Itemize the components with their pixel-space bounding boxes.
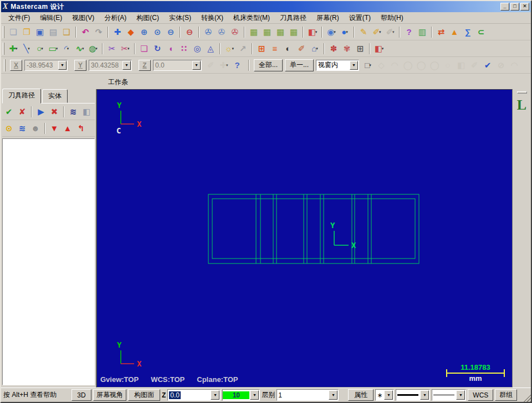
z-coord-combo[interactable]: 0.0 ▼ (153, 60, 202, 71)
cplane-button[interactable]: 构图面 (128, 389, 160, 401)
xform-mirror-icon[interactable]: ◖ (164, 42, 177, 55)
tab-solids[interactable]: 实体 (42, 89, 68, 103)
menu-item[interactable]: 刀具路径 (275, 12, 311, 24)
selection-mode-combo[interactable]: 视窗内 ▼ (316, 60, 359, 71)
menu-item[interactable]: 屏幕(R) (311, 12, 344, 24)
toolbar-handle[interactable] (517, 91, 527, 94)
analyze-volume-icon[interactable]: ▲ (448, 25, 461, 39)
shading-icon[interactable]: ☼▾ (223, 42, 236, 55)
grid-settings-icon[interactable]: ⊞ (354, 42, 367, 55)
dropdown-arrow-icon[interactable]: ▾ (346, 30, 348, 34)
analyze-sum-icon[interactable]: ∑ (461, 25, 474, 39)
dropdown-arrow-icon[interactable]: ▾ (82, 46, 84, 51)
dropdown-arrow-icon[interactable]: ▾ (379, 30, 381, 34)
minimize-button[interactable]: _ (500, 3, 509, 11)
chevron-down-icon[interactable]: ▼ (350, 61, 358, 70)
undo-icon[interactable]: ↶ (79, 25, 92, 39)
wcs-globe-icon[interactable]: ◉▾ (325, 25, 338, 39)
xform-translate-icon[interactable]: ❏ (137, 42, 151, 55)
dropdown-arrow-icon[interactable]: ▾ (232, 46, 234, 51)
backplot-icon[interactable]: ≋ (66, 105, 80, 118)
surface-blend-icon[interactable]: ◐ (282, 42, 295, 55)
pan-icon[interactable]: ✚ (111, 25, 124, 39)
toolbar-handle[interactable] (3, 26, 4, 38)
z-coord-button[interactable]: Z (139, 60, 151, 71)
translucent-view-icon[interactable]: ▦ (287, 25, 300, 39)
ghost-toolpath-icon[interactable]: ☻ (29, 122, 42, 135)
dropdown-arrow-icon[interactable]: ▾ (315, 30, 318, 34)
invalidate-toolpath-icon[interactable]: ✖ (48, 105, 61, 118)
cursor-pos-icon[interactable]: ✚▾ (217, 59, 231, 72)
xform-rotate-icon[interactable]: ↻ (151, 42, 164, 55)
toolpath-select-all-icon[interactable]: ✔ (2, 105, 16, 118)
insert-arrow-icon[interactable]: ↰ (74, 122, 88, 135)
menu-item[interactable]: 设置(T) (344, 12, 376, 24)
chevron-down-icon[interactable]: ▼ (250, 390, 259, 400)
operations-list[interactable] (2, 138, 95, 385)
create-spline-icon[interactable]: ∿▾ (73, 42, 86, 55)
print-icon[interactable]: ▤ (47, 25, 60, 39)
lock-icon[interactable]: ⊙ (2, 122, 16, 135)
x-coord-combo[interactable]: -38.9543 ▼ (24, 60, 68, 71)
analyze-distance-icon[interactable]: ⇄ (434, 25, 448, 39)
print-preview-icon[interactable]: ❑ (60, 25, 73, 39)
xform-offset-icon[interactable]: ◎ (191, 42, 204, 55)
move-up-icon[interactable]: ▲ (61, 122, 74, 135)
line-width-combo[interactable]: ▼ (432, 389, 466, 401)
select-poly-icon[interactable]: ◇ (375, 59, 388, 72)
layer-combo[interactable]: 1 ▼ (277, 389, 339, 401)
surface-trim-icon[interactable]: ✐ (295, 42, 308, 55)
select-vector-icon[interactable]: ◌ (441, 59, 454, 72)
color-level-combo[interactable]: 10 ▼ (222, 389, 260, 401)
tab-toolpaths[interactable]: 刀具路径 (2, 89, 41, 104)
z-depth-combo[interactable]: 0.0 ▼ (167, 389, 221, 401)
zoom-out-icon[interactable]: ⊖ (183, 25, 196, 39)
menu-item[interactable]: 文件(F) (3, 12, 35, 24)
create-point-icon[interactable]: ✚▾ (7, 42, 20, 55)
dropdown-arrow-icon[interactable]: ▾ (334, 30, 336, 34)
3d-mode-button[interactable]: 3D (71, 389, 91, 401)
analyze-chain-icon[interactable]: ⊂ (474, 25, 488, 39)
zoom-window-icon[interactable]: ⊕ (137, 25, 151, 39)
analyze-props-icon[interactable]: ▥ (416, 25, 429, 39)
dropdown-arrow-icon[interactable]: ▾ (41, 46, 43, 51)
select-validate-icon[interactable]: ✔ (481, 59, 494, 72)
chevron-down-icon[interactable]: ▼ (192, 61, 201, 70)
new-file-icon[interactable]: ❏ (7, 25, 20, 39)
line-style-combo[interactable]: ▼ (396, 389, 430, 401)
machine-group-icon[interactable]: ◧▾ (372, 42, 386, 55)
multi-trim-icon[interactable]: ✂▾ (119, 42, 132, 55)
y-coord-combo[interactable]: 30.43258 ▼ (89, 60, 132, 71)
select-edit-icon[interactable]: ✐ (468, 59, 481, 72)
zoom-target-icon[interactable]: ⊙ (151, 25, 164, 39)
analyze-entity-icon[interactable]: ? (402, 25, 416, 39)
toolpath-display-icon[interactable]: ≋ (16, 122, 29, 135)
menu-item[interactable]: 实体(S) (164, 12, 196, 24)
menu-item[interactable]: 帮助(H) (376, 12, 408, 24)
undelete-icon[interactable]: ✾ (340, 42, 354, 55)
attr-pencil-icon[interactable]: ✎ (357, 25, 370, 39)
x-coord-button[interactable]: X (10, 60, 22, 71)
menu-item[interactable]: 构图(C) (131, 12, 164, 24)
toolbar-handle[interactable] (3, 43, 4, 55)
dropdown-arrow-icon[interactable]: ▾ (56, 46, 58, 51)
multi-threads-icon[interactable]: ≡ (268, 42, 282, 55)
create-solid-icon[interactable]: ◍▾ (86, 42, 100, 55)
menu-item[interactable]: 转换(X) (196, 12, 228, 24)
close-button[interactable]: ✕ (520, 3, 529, 11)
create-line-icon[interactable]: ╲▾ (20, 42, 33, 55)
select-single-button[interactable]: 单一... (285, 59, 314, 71)
dropdown-arrow-icon[interactable]: ▾ (16, 46, 18, 51)
dropdown-arrow-icon[interactable]: ▾ (67, 46, 69, 51)
trim-break-icon[interactable]: ✂ (105, 42, 119, 55)
solids-manager-icon[interactable]: ⊞ (255, 42, 268, 55)
attr-multi-pencil-icon[interactable]: ✐▾ (370, 25, 383, 39)
select-chain-icon[interactable]: ◯ (401, 59, 415, 72)
y-coord-button[interactable]: Y (74, 60, 86, 71)
shaded-view-icon[interactable]: ▦ (274, 25, 287, 39)
select-free-icon[interactable]: ◠ (388, 59, 401, 72)
dropdown-arrow-icon[interactable]: ▾ (226, 63, 228, 68)
dropdown-arrow-icon[interactable]: ▾ (382, 46, 384, 51)
create-fillet-icon[interactable]: ◜▾ (60, 42, 73, 55)
delete-entity-icon[interactable]: ✽ (327, 42, 340, 55)
